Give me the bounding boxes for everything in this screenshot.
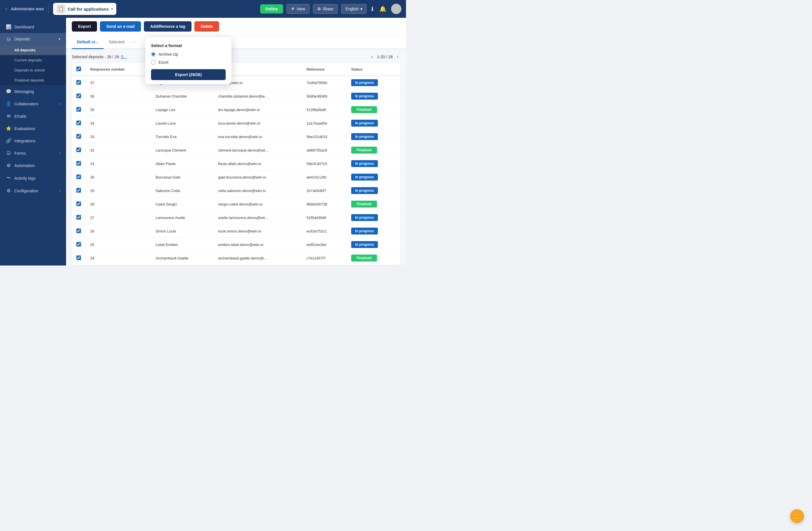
format-excel-label: Excel	[159, 60, 168, 64]
automation-icon: ⚙	[6, 163, 12, 168]
cell-reference: eb414112fd	[302, 171, 347, 184]
prev-page-button[interactable]: ‹	[369, 53, 375, 60]
sidebar-item-automation[interactable]: ⚙ Automation	[0, 159, 66, 172]
deposits-chevron: ▾	[59, 37, 60, 41]
row-checkbox[interactable]	[76, 120, 81, 125]
row-checkbox[interactable]	[76, 215, 81, 220]
cell-name: Duhamel Charlotte	[151, 90, 214, 103]
sidebar-item-deposits-to-unlock[interactable]: Deposits to unlock	[0, 65, 66, 75]
row-checkbox-cell[interactable]	[72, 157, 86, 171]
row-checkbox-cell[interactable]	[72, 144, 86, 157]
sidebar-item-finalized-deposits[interactable]: Finalized deposits	[0, 75, 66, 85]
row-checkbox-cell[interactable]	[72, 117, 86, 130]
notification-button[interactable]: 🔔	[378, 4, 388, 14]
info-button[interactable]: ℹ	[370, 4, 375, 14]
tabs-bar: Default vi... Selected ···	[66, 35, 406, 49]
row-checkbox[interactable]	[76, 228, 81, 233]
row-checkbox[interactable]	[76, 107, 81, 112]
app-icon: 📋	[57, 4, 65, 13]
row-checkbox-cell[interactable]	[72, 90, 86, 103]
sidebar-item-activity-logs[interactable]: 〜 Activity logs	[0, 172, 66, 185]
cell-response-number: 33	[86, 130, 151, 144]
tab-default-view[interactable]: Default vi...	[72, 35, 104, 49]
dropdown-title: Select a format	[151, 43, 226, 48]
row-checkbox-cell[interactable]	[72, 76, 86, 90]
table-row: 35 Lepage Leo leo.lepage.demo@wiin.io 51…	[72, 103, 400, 117]
sidebar-item-collaborators[interactable]: 👤 Collaborators ›	[0, 98, 66, 110]
row-checkbox[interactable]	[76, 161, 81, 166]
row-checkbox[interactable]	[76, 175, 81, 179]
sidebar-item-all-deposits[interactable]: All deposits	[0, 45, 66, 55]
cell-email: eva.turcotte.demo@wiin.io	[214, 130, 302, 144]
add-remove-tag-button[interactable]: Add/Remove a tag	[144, 21, 191, 32]
tab-selected[interactable]: Selected	[104, 35, 130, 49]
format-radio-zip[interactable]	[151, 52, 156, 57]
row-checkbox-cell[interactable]	[72, 238, 86, 251]
table-body: 37 Legrand Tristan tristan@wiin.io 7ed5d…	[72, 76, 400, 265]
cell-response-number: 24	[86, 251, 151, 265]
cell-response-number: 30	[86, 171, 151, 184]
format-option-zip[interactable]: Archive zip	[151, 52, 226, 57]
status-badge: In progress	[351, 174, 378, 180]
sidebar-item-deposits[interactable]: 🗂 Deposits ▾	[0, 33, 66, 45]
send-email-button[interactable]: Send an e-mail	[100, 21, 141, 32]
row-checkbox-cell[interactable]	[72, 251, 86, 265]
row-checkbox[interactable]	[76, 188, 81, 193]
delete-button[interactable]: Delete	[194, 21, 219, 32]
row-checkbox[interactable]	[76, 148, 81, 152]
format-option-excel[interactable]: Excel	[151, 60, 226, 64]
row-checkbox[interactable]	[76, 242, 81, 247]
row-checkbox-cell[interactable]	[72, 197, 86, 211]
tab-more-options[interactable]: ···	[130, 35, 138, 48]
sidebar-item-emails[interactable]: ✉ Emails	[0, 110, 66, 122]
pagination-text: 1-20 / 26	[377, 55, 393, 59]
cell-response-number: 35	[86, 103, 151, 117]
export-button[interactable]: Export	[72, 21, 97, 32]
online-button[interactable]: Online	[260, 4, 283, 14]
cell-email: sergio.cailot.demo@wiin.io	[214, 197, 302, 211]
row-checkbox-cell[interactable]	[72, 130, 86, 144]
sidebar-item-configuration[interactable]: ⚙ Configuration ›	[0, 185, 66, 197]
sidebar-item-integrations[interactable]: 🔗 Integrations	[0, 135, 66, 147]
collaborators-chevron: ›	[59, 102, 60, 106]
select-all-link[interactable]: S...	[121, 55, 127, 59]
status-badge: In progress	[351, 120, 378, 127]
sidebar-item-dashboard[interactable]: 📊 Dashboard	[0, 21, 66, 33]
avatar[interactable]	[391, 4, 402, 14]
share-button[interactable]: ♻ Share	[313, 4, 338, 14]
row-checkbox-cell[interactable]	[72, 224, 86, 238]
forms-chevron: ›	[59, 151, 60, 155]
table-row: 30 Bourassa Gael gael.bourassa.demo@wiin…	[72, 171, 400, 184]
admin-area-button[interactable]: ← Administrator area	[4, 6, 44, 11]
row-checkbox-cell[interactable]	[72, 103, 86, 117]
row-checkbox[interactable]	[76, 202, 81, 206]
sidebar-item-evaluations[interactable]: ⭐ Evaluations	[0, 122, 66, 135]
row-checkbox-cell[interactable]	[72, 171, 86, 184]
select-all-checkbox-col[interactable]	[72, 63, 86, 76]
col-reference: Reference	[302, 63, 347, 76]
sidebar-item-messaging[interactable]: 💬 Messaging	[0, 85, 66, 98]
row-checkbox[interactable]	[76, 80, 81, 85]
row-checkbox[interactable]	[76, 255, 81, 260]
view-button[interactable]: 👁 View	[287, 4, 309, 14]
sidebar-item-current-deposits[interactable]: Current deposits	[0, 55, 66, 65]
select-all-checkbox[interactable]	[76, 67, 81, 71]
language-selector[interactable]: English ▾	[341, 4, 367, 14]
deposits-table: Responses number Name E-mail Reference S…	[72, 63, 400, 265]
row-checkbox[interactable]	[76, 93, 81, 98]
cell-status: Finalized	[347, 197, 400, 211]
export-confirm-button[interactable]: Export (26/26)	[151, 69, 226, 80]
cell-response-number: 36	[86, 90, 151, 103]
next-page-button[interactable]: ›	[395, 53, 400, 60]
row-checkbox[interactable]	[76, 134, 81, 139]
app-selector[interactable]: 📋 Call for applications ▾	[53, 3, 116, 15]
row-checkbox-cell[interactable]	[72, 211, 86, 224]
cell-status: In progress	[347, 157, 400, 171]
pagination: ‹ 1-20 / 26 ›	[369, 53, 400, 60]
sidebar-item-forms[interactable]: ☑ Forms ›	[0, 147, 66, 159]
format-radio-excel[interactable]	[151, 60, 156, 64]
row-checkbox-cell[interactable]	[72, 184, 86, 197]
status-badge: In progress	[351, 214, 378, 221]
status-badge: In progress	[351, 160, 378, 167]
table-row: 28 Cailot Sergio sergio.cailot.demo@wiin…	[72, 197, 400, 211]
